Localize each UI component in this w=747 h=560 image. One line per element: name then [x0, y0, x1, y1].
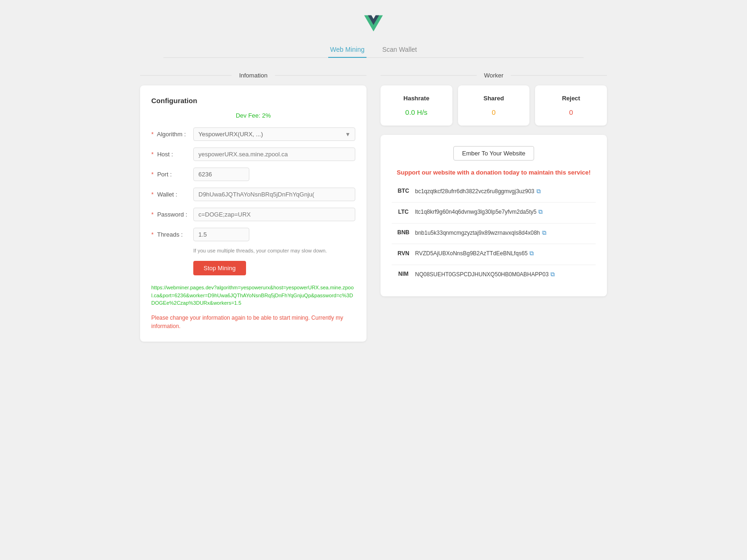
tab-web-mining[interactable]: Web Mining [328, 42, 366, 58]
crypto-name: BNB [392, 229, 415, 236]
host-required: * [151, 151, 154, 158]
hashrate-value: 0.0 H/s [387, 108, 446, 116]
reject-value: 0 [542, 108, 600, 116]
wallet-label: * Wallet : [151, 191, 193, 198]
worker-section-line-left [381, 75, 477, 76]
vuejs-logo-icon [364, 14, 383, 33]
wallet-row: * Wallet : [151, 188, 355, 201]
reject-card: Reject 0 [535, 85, 607, 126]
info-section-title: Infomation [232, 72, 275, 79]
info-section-header: Infomation [140, 72, 366, 79]
copy-icon[interactable]: ⧉ [542, 228, 546, 238]
algorithm-label: * Algorithm : [151, 131, 193, 138]
crypto-address: NQ08SUEHT0GSPCDJHUNXQ50HB0M0ABHAPP03⧉ [415, 270, 596, 279]
right-column: Worker Hashrate 0.0 H/s Shared 0 Reject … [381, 72, 607, 342]
threads-input[interactable] [193, 228, 249, 241]
embed-card: Ember To Your Website Support our websit… [381, 135, 607, 296]
mining-url: https://webminer.pages.dev?algorithm=yes… [151, 284, 355, 307]
stop-mining-button[interactable]: Stop Mining [193, 261, 246, 275]
crypto-name: BTC [392, 188, 415, 194]
port-required: * [151, 171, 154, 178]
shared-label: Shared [465, 95, 523, 102]
worker-stats: Hashrate 0.0 H/s Shared 0 Reject 0 [381, 85, 607, 126]
hashrate-card: Hashrate 0.0 H/s [381, 85, 452, 126]
crypto-list: BTCbc1qzqtkcf28ufrr6dh3822vcz6ru8ggmvgj3… [392, 187, 596, 279]
section-line-left [140, 75, 232, 76]
shared-value: 0 [465, 108, 523, 116]
threads-label: * Threads : [151, 231, 193, 238]
logo-area [364, 14, 383, 33]
algorithm-select[interactable]: YespowerURX(URX, ...) [193, 127, 355, 141]
worker-section-title: Worker [477, 72, 511, 79]
crypto-divider [392, 223, 596, 224]
host-row: * Host : [151, 147, 355, 161]
crypto-divider [392, 202, 596, 203]
main-content: Infomation Configuration Dev Fee: 2% * A… [140, 72, 607, 342]
crypto-address: ltc1q8krf9g60n4q6dvnwg3lg30lp5e7yfvm2da5… [415, 207, 596, 217]
embed-btn-wrapper: Ember To Your Website [392, 146, 596, 161]
left-column: Infomation Configuration Dev Fee: 2% * A… [140, 72, 366, 342]
algorithm-row: * Algorithm : YespowerURX(URX, ...) ▼ [151, 127, 355, 141]
host-input[interactable] [193, 147, 355, 161]
algorithm-required: * [151, 131, 154, 138]
password-required: * [151, 211, 154, 218]
crypto-row: LTCltc1q8krf9g60n4q6dvnwg3lg30lp5e7yfvm2… [392, 207, 596, 217]
section-line-right [275, 75, 366, 76]
crypto-row: BNBbnb1u5k33qnmcmgzyztaj9x89wzrnavxqls8d… [392, 228, 596, 238]
threads-row: * Threads : [151, 228, 355, 241]
crypto-name: NIM [392, 271, 415, 277]
algorithm-select-wrapper: YespowerURX(URX, ...) ▼ [193, 127, 355, 141]
wallet-input[interactable] [193, 188, 355, 201]
config-title: Configuration [151, 97, 355, 105]
tab-scan-wallet[interactable]: Scan Wallet [381, 42, 419, 58]
configuration-card: Configuration Dev Fee: 2% * Algorithm : … [140, 85, 366, 342]
worker-section-line-right [511, 75, 607, 76]
password-label: * Password : [151, 211, 193, 218]
crypto-address: bnb1u5k33qnmcmgzyztaj9x89wzrnavxqls8d4x0… [415, 228, 596, 238]
info-message: Please change your information again to … [151, 314, 355, 330]
threads-hint: If you use multiple threads, your comput… [193, 248, 355, 253]
embed-to-website-button[interactable]: Ember To Your Website [453, 146, 534, 161]
host-label: * Host : [151, 151, 193, 158]
crypto-address: bc1qzqtkcf28ufrr6dh3822vcz6ru8ggmvgj3uz9… [415, 187, 596, 196]
crypto-row: RVNRVZD5AjUBXoNnsBg9B2AzTTdEeBNLfqs65⧉ [392, 249, 596, 258]
wallet-required: * [151, 191, 154, 198]
dev-fee-label: Dev Fee: 2% [151, 112, 355, 119]
crypto-divider [392, 244, 596, 244]
crypto-row: BTCbc1qzqtkcf28ufrr6dh3822vcz6ru8ggmvgj3… [392, 187, 596, 196]
stop-mining-wrapper: Stop Mining [151, 253, 355, 275]
copy-icon[interactable]: ⧉ [536, 187, 541, 196]
tabs-nav: Web Mining Scan Wallet [163, 42, 584, 58]
crypto-name: RVN [392, 250, 415, 257]
crypto-row: NIMNQ08SUEHT0GSPCDJHUNXQ50HB0M0ABHAPP03⧉ [392, 270, 596, 279]
port-input[interactable] [193, 168, 249, 181]
copy-icon[interactable]: ⧉ [529, 249, 534, 258]
threads-required: * [151, 231, 154, 238]
worker-section-header: Worker [381, 72, 607, 79]
hashrate-label: Hashrate [387, 95, 446, 102]
copy-icon[interactable]: ⧉ [550, 270, 555, 279]
password-input[interactable] [193, 208, 355, 221]
password-row: * Password : [151, 208, 355, 221]
shared-card: Shared 0 [458, 85, 530, 126]
crypto-name: LTC [392, 209, 415, 215]
port-label: * Port : [151, 171, 193, 178]
crypto-address: RVZD5AjUBXoNnsBg9B2AzTTdEeBNLfqs65⧉ [415, 249, 596, 258]
donation-message: Support our website with a donation toda… [392, 168, 596, 177]
crypto-divider [392, 265, 596, 265]
port-row: * Port : [151, 168, 355, 181]
reject-label: Reject [542, 95, 600, 102]
copy-icon[interactable]: ⧉ [538, 207, 543, 217]
